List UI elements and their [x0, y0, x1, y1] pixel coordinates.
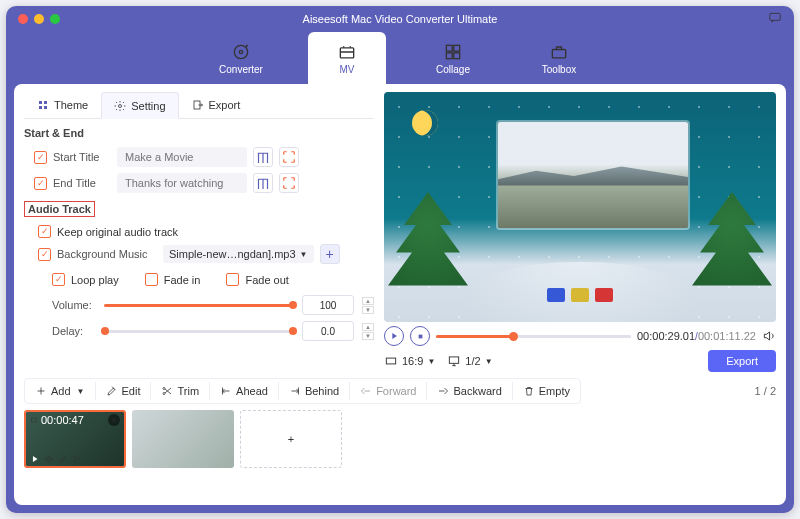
feedback-icon[interactable] — [768, 11, 782, 27]
svg-rect-11 — [39, 106, 42, 109]
volume-slider[interactable] — [104, 304, 294, 307]
add-bgm-button[interactable]: + — [320, 244, 340, 264]
screen-select[interactable]: 1/2▼ — [447, 354, 492, 368]
svg-rect-9 — [39, 101, 42, 104]
svg-rect-17 — [450, 357, 459, 363]
checkbox-fadein[interactable] — [145, 273, 158, 286]
edit-button[interactable]: Edit — [98, 381, 149, 401]
svg-point-21 — [74, 456, 76, 458]
ahead-button[interactable]: Ahead — [212, 381, 276, 401]
nav-label: Collage — [436, 64, 470, 75]
fadein-label: Fade in — [164, 274, 201, 286]
stop-button[interactable] — [410, 326, 430, 346]
nav-label: Converter — [219, 64, 263, 75]
plus-icon: + — [325, 246, 333, 262]
volume-up[interactable]: ▲ — [362, 297, 374, 305]
page-indicator: 1 / 2 — [755, 385, 776, 397]
svg-rect-20 — [31, 418, 36, 422]
nav-collage[interactable]: Collage — [414, 32, 492, 84]
tab-label: Setting — [131, 100, 165, 112]
text-expand-icon[interactable] — [279, 173, 299, 193]
section-audio-track: Audio Track — [24, 201, 95, 217]
svg-point-2 — [239, 50, 242, 53]
clip-duration: 00:00:47 — [41, 414, 84, 426]
checkbox-start-title[interactable] — [34, 151, 47, 164]
play-icon[interactable] — [30, 454, 40, 464]
zoom-window[interactable] — [50, 14, 60, 24]
tab-setting[interactable]: Setting — [101, 92, 178, 119]
moon-graphic — [412, 110, 438, 136]
svg-rect-15 — [418, 334, 422, 338]
section-start-end: Start & End — [24, 127, 374, 139]
aspect-ratio-select[interactable]: 16:9▼ — [384, 354, 435, 368]
tab-label: Export — [209, 99, 241, 111]
checkbox-bgm[interactable] — [38, 248, 51, 261]
tab-export[interactable]: Export — [179, 92, 254, 118]
end-title-input[interactable]: Thanks for watching — [117, 173, 247, 193]
text-style-icon[interactable] — [253, 147, 273, 167]
svg-point-13 — [119, 104, 122, 107]
svg-rect-12 — [44, 106, 47, 109]
picture-in-picture[interactable] — [498, 122, 688, 228]
trim-button[interactable]: Trim — [153, 381, 207, 401]
svg-point-22 — [74, 460, 76, 462]
trim-clip-icon[interactable] — [72, 454, 82, 464]
svg-point-1 — [234, 45, 247, 58]
checkbox-keep-audio[interactable] — [38, 225, 51, 238]
delay-slider[interactable] — [104, 330, 294, 333]
time-display: 00:00:29.01/00:01:11.22 — [637, 330, 756, 342]
add-clip-button[interactable]: + — [240, 410, 342, 468]
volume-down[interactable]: ▼ — [362, 306, 374, 314]
bgm-file-dropdown[interactable]: Simple-new…ngdan].mp3▼ — [163, 245, 314, 263]
volume-icon[interactable] — [762, 329, 776, 343]
bgm-file-value: Simple-new…ngdan].mp3 — [169, 248, 296, 260]
delay-down[interactable]: ▼ — [362, 332, 374, 340]
nav-label: MV — [340, 64, 355, 75]
svg-rect-6 — [446, 52, 452, 58]
text-style-icon[interactable] — [253, 173, 273, 193]
plus-icon: + — [288, 433, 294, 445]
nav-mv[interactable]: MV — [308, 32, 386, 84]
checkbox-fadeout[interactable] — [226, 273, 239, 286]
caret-down-icon: ▼ — [300, 250, 308, 259]
behind-button[interactable]: Behind — [281, 381, 347, 401]
nav-toolbox[interactable]: Toolbox — [520, 32, 598, 84]
tab-label: Theme — [54, 99, 88, 111]
backward-button[interactable]: Backward — [429, 381, 509, 401]
clip-thumbnail-1[interactable]: 00:00:47 — [24, 410, 126, 468]
edit-clip-icon[interactable] — [58, 454, 68, 464]
clip-thumbnail-2[interactable] — [132, 410, 234, 468]
mute-icon[interactable] — [44, 454, 54, 464]
export-button[interactable]: Export — [708, 350, 776, 372]
add-button[interactable]: Add▼ — [27, 381, 93, 401]
window-title: Aiseesoft Mac Video Converter Ultimate — [303, 13, 498, 25]
checkbox-loop[interactable] — [52, 273, 65, 286]
bgm-label: Background Music — [57, 248, 157, 260]
checkbox-end-title[interactable] — [34, 177, 47, 190]
delay-value[interactable]: 0.0 — [302, 321, 354, 341]
nav-converter[interactable]: Converter — [202, 32, 280, 84]
end-title-label: End Title — [53, 177, 111, 189]
start-title-input[interactable]: Make a Movie — [117, 147, 247, 167]
delay-up[interactable]: ▲ — [362, 323, 374, 331]
svg-rect-10 — [44, 101, 47, 104]
volume-value[interactable]: 100 — [302, 295, 354, 315]
remove-clip-icon[interactable] — [108, 414, 120, 426]
text-expand-icon[interactable] — [279, 147, 299, 167]
svg-rect-7 — [454, 52, 460, 58]
empty-button[interactable]: Empty — [515, 381, 578, 401]
close-window[interactable] — [18, 14, 28, 24]
minimize-window[interactable] — [34, 14, 44, 24]
video-preview — [384, 92, 776, 322]
tab-theme[interactable]: Theme — [24, 92, 101, 118]
forward-button: Forward — [352, 381, 424, 401]
svg-rect-16 — [386, 358, 395, 364]
svg-point-18 — [163, 388, 165, 390]
keep-audio-label: Keep original audio track — [57, 226, 178, 238]
svg-rect-5 — [454, 45, 460, 51]
volume-label: Volume: — [52, 299, 96, 311]
play-button[interactable] — [384, 326, 404, 346]
loop-label: Loop play — [71, 274, 119, 286]
progress-bar[interactable] — [436, 335, 631, 338]
nav-label: Toolbox — [542, 64, 576, 75]
